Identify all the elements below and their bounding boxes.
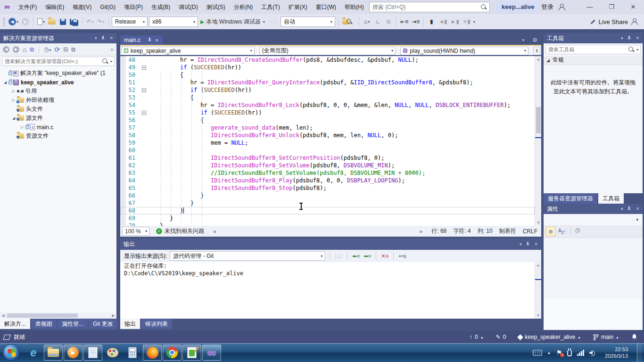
taskbar-notepad-button[interactable]	[83, 345, 102, 361]
tree-item[interactable]: ▷main.c	[0, 123, 116, 132]
zoom-select[interactable]: 100 %▾	[122, 227, 149, 236]
taskbar-wmp-button[interactable]: ▶	[64, 345, 83, 361]
type-scope-select[interactable]: (全局范围)▾	[259, 47, 396, 55]
code-line[interactable]: 53 {	[120, 94, 535, 101]
window-position-menu-icon[interactable]: ▾	[621, 206, 623, 211]
status-line-ending[interactable]: CRLF	[523, 228, 537, 235]
toolbar-overflow[interactable]: ▾	[473, 20, 475, 24]
quick-search[interactable]	[369, 2, 490, 12]
scroll-right-icon[interactable]: ▶	[110, 313, 116, 318]
se-pending-changes-filter-button[interactable]: ◷▾	[44, 46, 51, 53]
code-line[interactable]: 57 generate_sound_data(mem, len);	[120, 124, 535, 132]
show-desktop-button[interactable]	[637, 343, 642, 362]
pin-tab-button[interactable]: ⊾	[373, 16, 382, 27]
solution-explorer-search[interactable]: ▾	[0, 56, 116, 67]
previous-message-icon[interactable]: ⬅≡	[352, 252, 360, 260]
auto-hide-pin-icon[interactable]	[526, 242, 530, 247]
status-indent-mode[interactable]: 制表符	[499, 227, 516, 235]
close-panel-icon[interactable]: ✕	[109, 36, 113, 41]
navigate-forward-button[interactable]: ▶	[21, 16, 30, 27]
redo-button[interactable]: ↷▾	[96, 16, 106, 27]
categorized-view-button[interactable]: ⊞	[546, 227, 555, 236]
toolbox-section-general[interactable]: ◢ 常规	[544, 56, 643, 65]
volume-icon[interactable]	[589, 350, 596, 355]
hot-reload-button[interactable]: 🔥︎♨	[267, 16, 279, 27]
close-panel-icon[interactable]: ✕	[636, 36, 639, 41]
expand-icon[interactable]: ▷	[10, 89, 17, 93]
scrollbar-thumb[interactable]	[536, 107, 541, 133]
properties-grid[interactable]	[544, 238, 643, 297]
fold-collapse-button[interactable]	[140, 64, 149, 71]
sign-in-button[interactable]: 登录	[541, 0, 565, 14]
se-search-options[interactable]: ▾	[110, 59, 112, 64]
toolbox-search-input[interactable]	[546, 47, 628, 52]
debug-target-select[interactable]: 自动▾	[281, 16, 335, 27]
se-forward-button[interactable]: ▶	[13, 46, 19, 53]
menu-item[interactable]: 视图(V)	[68, 0, 96, 14]
scroll-up-icon[interactable]: ▲	[535, 263, 541, 267]
left-panel-tab[interactable]: 解决方...	[0, 319, 30, 329]
left-panel-tab[interactable]: 类视图	[31, 319, 57, 329]
toolbox-search[interactable]: ▾	[544, 43, 643, 56]
code-editor[interactable]: 48 hr = IDirectSound8_CreateSoundBuffer(…	[120, 56, 541, 226]
left-panel-tab[interactable]: Git 更改	[89, 319, 117, 329]
editor-vertical-scrollbar[interactable]: ▲ ▼	[535, 56, 541, 226]
tree-item[interactable]: 头文件	[0, 105, 116, 114]
toolbox-tab[interactable]: 工具箱	[598, 193, 624, 204]
collapse-box-icon[interactable]	[142, 66, 146, 70]
start-button[interactable]	[3, 344, 20, 361]
code-line[interactable]: 65 IDirectSoundBuffer8_Stop(pdsbuf8);	[120, 184, 535, 192]
close-document-icon[interactable]: ✕	[155, 38, 158, 43]
outgoing-commits-button[interactable]: ↑ 0 ▲	[470, 334, 484, 340]
taskbar-npp-button[interactable]	[182, 345, 201, 361]
output-panel-tab[interactable]: 错误列表	[141, 319, 172, 329]
code-line[interactable]: 64 IDirectSoundBuffer8_Play(pdsbuf8, 0, …	[120, 177, 535, 184]
code-line[interactable]: 69 }	[120, 214, 535, 222]
properties-object-select[interactable]: ▾	[545, 215, 641, 224]
code-line[interactable]: 56 {	[120, 116, 535, 124]
code-line[interactable]: 49 if (SUCCEEDED(hr))	[120, 64, 535, 71]
menu-item[interactable]: 文件(F)	[14, 0, 41, 14]
document-list-icon[interactable]: ▾	[522, 38, 525, 42]
menu-item[interactable]: 分析(N)	[230, 0, 257, 14]
taskbar-vs-button[interactable]: ∞	[202, 345, 221, 361]
window-position-menu-icon[interactable]: ▾	[95, 36, 97, 41]
tree-item[interactable]: ▷引用	[0, 87, 116, 96]
menu-item[interactable]: 项目(P)	[120, 0, 147, 14]
toolbox-tab[interactable]: 服务器资源管理器	[544, 193, 597, 204]
navigate-back-button[interactable]: ◀▾	[8, 16, 19, 27]
next-message-icon[interactable]: ➡≡	[363, 252, 372, 260]
scroll-down-icon[interactable]: ▼	[535, 313, 541, 318]
se-toolbar-overflow[interactable]: »	[110, 46, 114, 53]
toggle-bookmark-button[interactable]: ▮	[427, 16, 436, 27]
tree-item[interactable]: 资源文件	[0, 132, 116, 140]
toolbox-search-options[interactable]: ▾	[636, 48, 638, 52]
solution-explorer-header[interactable]: 解决方案资源管理器 ▾ ✕	[0, 33, 116, 43]
menu-item[interactable]: 编辑(E)	[41, 0, 68, 14]
previous-bookmark-button[interactable]: ◄▮	[438, 16, 448, 27]
scroll-down-icon[interactable]: ▼	[535, 221, 541, 225]
clear-output-icon[interactable]: ✕≡	[380, 252, 389, 260]
pin-document-icon[interactable]	[148, 38, 152, 43]
code-line[interactable]: 68 }	[120, 207, 535, 214]
document-health-indicator[interactable]: ✓ 未找到相关问题	[156, 227, 204, 235]
action-center-flag-icon[interactable]: ⚑	[556, 349, 562, 356]
scroll-left-icon[interactable]: ◀	[0, 313, 6, 318]
editor-settings-gear-icon[interactable]: ⚙	[532, 37, 537, 43]
scroll-up-icon[interactable]: ▲	[535, 57, 541, 61]
code-line[interactable]: 48 hr = IDirectSound8_CreateSoundBuffer(…	[120, 56, 535, 64]
start-debugging-button[interactable]: ▶ 本地 Windows 调试器▾	[199, 16, 266, 27]
fold-collapse-button[interactable]	[140, 109, 149, 116]
code-line[interactable]: 51 hr = IDirectSoundBuffer_QueryInterfac…	[120, 79, 535, 86]
tray-clock[interactable]: 22:53 2026/3/13	[601, 346, 632, 359]
taskbar-explorer-button[interactable]	[44, 345, 63, 361]
clear-bookmarks-button[interactable]: ✕▮	[462, 16, 471, 27]
close-panel-icon[interactable]: ✕	[636, 206, 639, 211]
auto-hide-pin-icon[interactable]	[627, 36, 631, 41]
minimize-button[interactable]: —	[579, 0, 601, 14]
solution-configuration-select[interactable]: Release▾	[112, 16, 148, 27]
decrease-indent-button[interactable]: ⇤≡	[399, 16, 409, 27]
auto-hide-pin-icon[interactable]	[101, 36, 105, 41]
left-panel-tab[interactable]: 属性管...	[58, 319, 88, 329]
tree-item[interactable]: ▷外部依赖项	[0, 96, 116, 105]
